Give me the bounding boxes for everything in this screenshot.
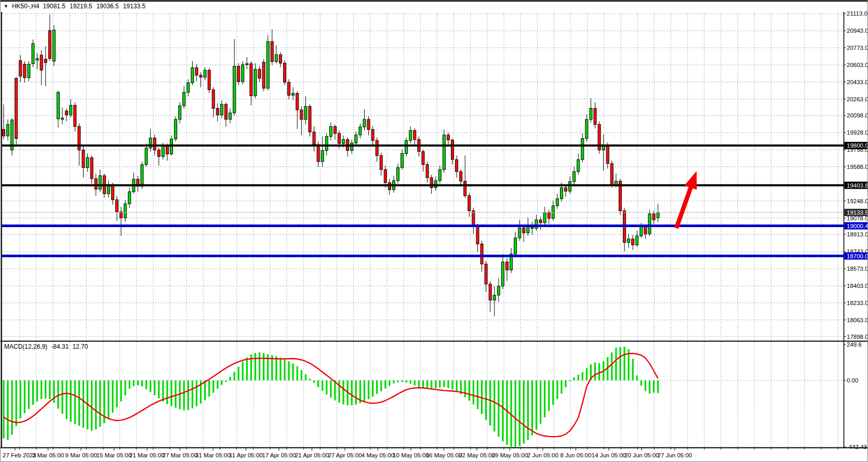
macd-histogram-bar <box>7 380 8 440</box>
candle-body-down <box>652 214 655 220</box>
macd-histogram-bar <box>414 380 416 386</box>
time-tick-label: 14 Jun 05:00 <box>592 452 626 458</box>
candle-body-down <box>380 155 382 169</box>
chart-canvas: 21113.020943.020773.020603.020433.020263… <box>1 1 868 462</box>
price-tag-value: 19000.4 <box>847 223 868 229</box>
candle <box>405 138 408 157</box>
candle-body-down <box>296 94 299 110</box>
candle-body-up <box>187 83 190 92</box>
macd-histogram-bar <box>493 380 495 431</box>
macd-histogram-bar <box>632 359 634 380</box>
candle <box>11 118 14 155</box>
macd-histogram-bar <box>242 362 244 380</box>
macd-histogram-bar <box>66 380 68 419</box>
macd-histogram-bar <box>582 372 583 380</box>
candle-body-down <box>40 55 43 70</box>
macd-histogram-bar <box>61 380 63 414</box>
macd-histogram-bar <box>217 380 218 389</box>
macd-histogram-bar <box>16 380 17 426</box>
candle-body-down <box>480 244 483 264</box>
price-tick-label: 18233.0 <box>847 300 868 306</box>
macd-histogram-bar <box>531 380 533 435</box>
candle <box>284 60 286 85</box>
price-tick-label: 20773.0 <box>847 45 868 51</box>
macd-histogram-bar <box>342 380 344 404</box>
candle-body-down <box>65 111 68 115</box>
time-tick-label: 8 Jun 05:00 <box>560 452 591 458</box>
candle-body-up <box>36 59 38 60</box>
macd-histogram-bar <box>657 380 659 393</box>
price-tag-value: 19403.8 <box>847 182 868 189</box>
macd-histogram-bar <box>326 380 327 394</box>
macd-histogram-bar <box>150 380 151 392</box>
macd-histogram-bar <box>83 380 84 428</box>
candle-body-down <box>199 75 202 77</box>
price-tick-label: 18403.0 <box>847 283 868 289</box>
candle-body-down <box>367 120 370 129</box>
candle-body-up <box>183 93 185 106</box>
candle-body-up <box>556 199 558 206</box>
macd-histogram-bar <box>393 380 394 384</box>
candle-body-up <box>321 151 324 162</box>
candle-body-down <box>74 105 76 127</box>
candle <box>15 77 18 146</box>
candle-body-up <box>204 70 206 77</box>
candle-body-up <box>351 143 353 150</box>
candle <box>175 116 177 141</box>
candle-body-up <box>409 130 412 140</box>
candle-body-up <box>246 64 248 65</box>
candle-body-up <box>355 135 357 143</box>
macd-signal-value: 12.70 <box>72 343 88 350</box>
price-tag: 19000.4 <box>844 222 868 230</box>
candle-body-up <box>292 94 295 96</box>
macd-histogram-bar <box>221 380 222 385</box>
macd-histogram-bar <box>640 380 642 386</box>
chart-window: 21113.020943.020773.020603.020433.020263… <box>0 0 868 462</box>
time-tick-label: 29 May 05:00 <box>492 452 528 458</box>
candle-body-down <box>468 196 471 211</box>
macd-histogram-bar <box>292 363 294 380</box>
candle <box>309 104 311 137</box>
macd-histogram-bar <box>443 380 445 387</box>
macd-histogram-bar <box>179 380 181 410</box>
candle <box>262 59 265 91</box>
candle <box>52 25 55 66</box>
price-tag-value: 18700.0 <box>847 253 868 259</box>
macd-histogram-bar <box>166 380 168 404</box>
price-tick-label: 19248.0 <box>847 198 868 204</box>
candle-body-down <box>300 110 303 119</box>
candle-body-down <box>288 82 290 95</box>
macd-histogram-bar <box>473 380 474 404</box>
candle-body-down <box>489 284 491 300</box>
candle-body-down <box>224 104 227 120</box>
macd-histogram-bar <box>498 380 499 437</box>
macd-histogram-bar <box>192 380 193 408</box>
candle-body-down <box>632 239 634 245</box>
time-tick-label: 11 Apr 05:00 <box>229 452 262 458</box>
macd-histogram-bar <box>578 375 579 380</box>
candle-body-down <box>371 129 374 140</box>
candle <box>266 35 269 90</box>
time-tick-label: 31 Mar 05:00 <box>195 452 231 458</box>
candle-body-up <box>401 153 404 167</box>
candle-body-down <box>166 146 168 154</box>
macd-tick-label: 0.00 <box>847 377 858 384</box>
price-tag-value: 19800.0 <box>847 142 868 149</box>
candle <box>598 122 600 154</box>
candle-body-up <box>242 64 244 82</box>
macd-histogram-bar <box>305 374 306 380</box>
candle-body-down <box>464 181 466 196</box>
macd-histogram-bar <box>212 380 214 393</box>
macd-histogram-bar <box>129 380 130 389</box>
macd-histogram-bar <box>594 362 596 380</box>
candle-body-down <box>48 31 51 59</box>
candle-body-down <box>606 146 609 164</box>
candle-body-down <box>3 129 5 136</box>
candle-body-up <box>552 206 554 218</box>
macd-histogram-bar <box>196 380 197 406</box>
macd-histogram-bar <box>624 347 625 380</box>
time-tick-label: 4 May 05:00 <box>362 452 394 458</box>
macd-histogram-bar <box>544 380 545 417</box>
price-tag-value: 19133.5 <box>847 209 868 216</box>
price-tick-label: 18573.0 <box>847 266 868 272</box>
